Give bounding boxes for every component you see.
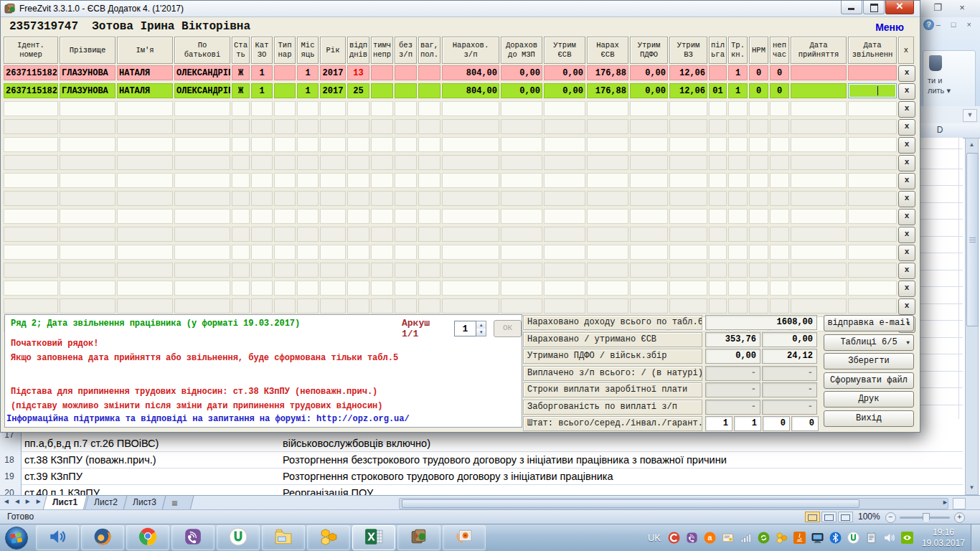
grid-cell[interactable] — [174, 245, 230, 260]
grid-cell[interactable] — [587, 173, 628, 188]
grid-cell[interactable] — [117, 227, 173, 242]
grid-cell[interactable] — [791, 65, 847, 80]
grid-cell[interactable] — [4, 263, 58, 278]
grid-cell[interactable] — [395, 227, 417, 242]
taskbar-button-viber[interactable] — [171, 525, 215, 550]
grid-cell[interactable] — [848, 65, 897, 80]
grid-cell[interactable] — [848, 209, 897, 224]
grid-cell[interactable] — [501, 209, 542, 224]
grid-cell[interactable] — [669, 155, 707, 170]
grid-cell[interactable] — [728, 227, 748, 242]
grid-cell[interactable] — [587, 137, 628, 152]
grid-cell[interactable] — [728, 101, 748, 116]
grid-cell[interactable] — [251, 209, 273, 224]
grid-cell[interactable] — [848, 119, 897, 134]
delete-row-button[interactable]: x — [898, 227, 915, 243]
grid-cell[interactable]: 1 — [251, 65, 273, 80]
grid-cell[interactable] — [251, 281, 273, 296]
grid-cell[interactable] — [848, 191, 897, 206]
grid-cell[interactable] — [297, 209, 319, 224]
tray-viber-icon[interactable] — [686, 532, 698, 544]
grid-cell[interactable] — [749, 155, 768, 170]
grid-cell[interactable] — [274, 173, 296, 188]
language-indicator[interactable]: UK — [648, 532, 661, 543]
grid-cell[interactable] — [320, 263, 346, 278]
grid-cell[interactable] — [669, 209, 707, 224]
grid-cell[interactable] — [251, 101, 273, 116]
--button[interactable]: Вихід — [824, 410, 914, 427]
grid-cell[interactable] — [544, 119, 585, 134]
grid-cell[interactable] — [728, 119, 748, 134]
grid-cell[interactable] — [848, 173, 897, 188]
taskbar-button-chrome[interactable] — [126, 525, 169, 550]
grid-cell[interactable] — [320, 101, 346, 116]
grid-cell[interactable] — [60, 298, 116, 314]
grid-cell[interactable] — [232, 137, 250, 152]
grid-cell[interactable]: НАТАЛЯ — [117, 83, 173, 98]
grid-cell[interactable] — [442, 173, 499, 188]
grid-cell[interactable]: ГЛАЗУНОВА — [60, 65, 116, 80]
grid-cell[interactable] — [630, 209, 668, 224]
grid-cell[interactable] — [848, 137, 897, 152]
grid-cell[interactable] — [418, 191, 440, 206]
scroll-down-icon[interactable]: ▼ — [966, 482, 977, 494]
grid-cell[interactable] — [320, 119, 346, 134]
grid-cell[interactable] — [749, 119, 768, 134]
grid-cell[interactable] — [395, 65, 417, 80]
grid-cell[interactable] — [442, 263, 499, 278]
grid-cell[interactable] — [4, 119, 58, 134]
tray-certificate-icon[interactable] — [722, 532, 734, 544]
sheet-tab-2[interactable]: Лист2 — [85, 496, 128, 510]
summary-field[interactable]: 0 — [791, 416, 819, 431]
sheet-tab-1[interactable]: Лист1 — [43, 496, 88, 510]
scroll-up-icon[interactable]: ▲ — [966, 139, 977, 151]
grid-cell[interactable] — [848, 245, 897, 260]
tray-nvidia-icon[interactable] — [901, 532, 913, 544]
grid-cell[interactable] — [60, 245, 116, 260]
horizontal-scroll-thumb[interactable] — [402, 499, 859, 508]
grid-cell[interactable]: 0 — [749, 83, 768, 98]
-6-5-button[interactable]: Таблиці 6/5▼ — [824, 334, 914, 351]
grid-cell[interactable] — [709, 173, 727, 188]
view-layout-button[interactable] — [821, 512, 837, 522]
grid-cell[interactable] — [709, 65, 727, 80]
grid-cell[interactable]: 0,00 — [630, 83, 668, 98]
tray-signal-icon[interactable] — [740, 532, 752, 544]
grid-cell[interactable] — [251, 191, 273, 206]
grid-cell[interactable] — [791, 227, 847, 242]
grid-cell[interactable] — [848, 101, 897, 116]
taskbar-button-volume[interactable] — [36, 525, 79, 550]
sheet-tab-3[interactable]: Лист3 — [123, 496, 166, 510]
grid-cell[interactable] — [4, 101, 58, 116]
grid-cell[interactable] — [232, 191, 250, 206]
grid-cell[interactable] — [297, 245, 319, 260]
excel-help-icon[interactable]: ? — [923, 19, 934, 30]
grid-cell[interactable] — [395, 83, 417, 98]
grid-cell[interactable] — [442, 191, 499, 206]
delete-row-button[interactable]: x — [898, 298, 915, 315]
grid-cell[interactable] — [749, 191, 768, 206]
maximize-button[interactable] — [863, 1, 885, 14]
grid-cell[interactable] — [709, 155, 727, 170]
grid-cell[interactable]: 0,00 — [501, 65, 542, 80]
grid-cell[interactable] — [770, 281, 789, 296]
spin-up-icon[interactable]: ▲ — [476, 321, 486, 329]
grid-cell[interactable] — [587, 119, 628, 134]
grid-cell[interactable]: 804,00 — [442, 65, 499, 80]
grid-cell[interactable] — [251, 137, 273, 152]
grid-cell[interactable]: 1 — [728, 65, 748, 80]
grid-cell[interactable] — [418, 173, 440, 188]
grid-cell[interactable] — [442, 245, 499, 260]
grid-cell[interactable] — [320, 298, 346, 314]
grid-cell[interactable] — [770, 137, 789, 152]
grid-cell[interactable] — [709, 263, 727, 278]
tray-avast-icon[interactable]: a — [704, 532, 716, 544]
grid-cell[interactable] — [117, 263, 173, 278]
grid-cell[interactable] — [395, 209, 417, 224]
show-desktop-button[interactable] — [971, 524, 980, 551]
grid-cell[interactable]: 2637115182 — [4, 83, 58, 98]
grid-cell[interactable] — [630, 101, 668, 116]
sheet-nav-arrows[interactable]: ◄◄►► — [3, 497, 46, 505]
grid-cell[interactable] — [174, 137, 230, 152]
grid-cell[interactable] — [749, 209, 768, 224]
